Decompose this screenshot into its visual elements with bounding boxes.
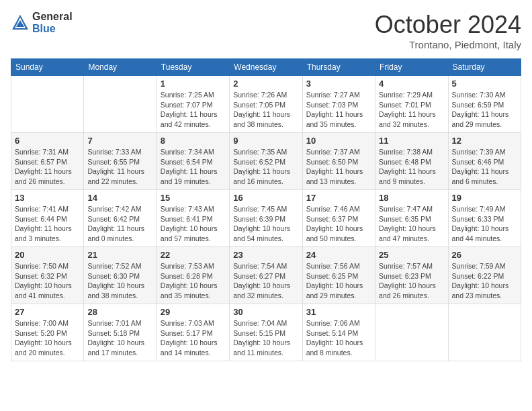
day-info: Sunrise: 7:43 AM Sunset: 6:41 PM Dayligh… — [161, 204, 226, 244]
calendar-cell: 8Sunrise: 7:34 AM Sunset: 6:54 PM Daylig… — [157, 133, 229, 190]
calendar-cell: 14Sunrise: 7:42 AM Sunset: 6:42 PM Dayli… — [84, 190, 157, 247]
day-info: Sunrise: 7:54 AM Sunset: 6:27 PM Dayligh… — [233, 261, 298, 301]
day-number: 25 — [379, 250, 444, 260]
day-info: Sunrise: 7:06 AM Sunset: 5:14 PM Dayligh… — [306, 318, 371, 358]
calendar-cell: 28Sunrise: 7:01 AM Sunset: 5:18 PM Dayli… — [84, 304, 157, 361]
location: Trontano, Piedmont, Italy — [375, 39, 521, 50]
calendar-week-row: 6Sunrise: 7:31 AM Sunset: 6:57 PM Daylig… — [11, 133, 521, 190]
day-number: 27 — [15, 307, 80, 317]
calendar-cell: 26Sunrise: 7:59 AM Sunset: 6:22 PM Dayli… — [448, 247, 521, 304]
calendar-week-row: 1Sunrise: 7:25 AM Sunset: 7:07 PM Daylig… — [11, 76, 521, 133]
day-number: 12 — [452, 136, 517, 146]
calendar-cell: 30Sunrise: 7:04 AM Sunset: 5:15 PM Dayli… — [230, 304, 302, 361]
calendar-cell: 21Sunrise: 7:52 AM Sunset: 6:30 PM Dayli… — [84, 247, 157, 304]
calendar-cell — [375, 304, 448, 361]
month-title: October 2024 — [375, 11, 521, 39]
day-number: 30 — [233, 307, 298, 317]
calendar-cell: 10Sunrise: 7:37 AM Sunset: 6:50 PM Dayli… — [302, 133, 375, 190]
day-info: Sunrise: 7:37 AM Sunset: 6:50 PM Dayligh… — [306, 147, 371, 187]
calendar-cell: 9Sunrise: 7:35 AM Sunset: 6:52 PM Daylig… — [230, 133, 302, 190]
day-number: 15 — [161, 193, 226, 203]
logo-text: General Blue — [32, 11, 73, 34]
day-info: Sunrise: 7:38 AM Sunset: 6:48 PM Dayligh… — [379, 147, 444, 187]
calendar-week-row: 13Sunrise: 7:41 AM Sunset: 6:44 PM Dayli… — [11, 190, 521, 247]
calendar-cell: 5Sunrise: 7:30 AM Sunset: 6:59 PM Daylig… — [448, 76, 521, 133]
calendar-cell: 23Sunrise: 7:54 AM Sunset: 6:27 PM Dayli… — [230, 247, 302, 304]
calendar-cell: 25Sunrise: 7:57 AM Sunset: 6:23 PM Dayli… — [375, 247, 448, 304]
day-info: Sunrise: 7:26 AM Sunset: 7:05 PM Dayligh… — [233, 90, 298, 130]
logo-icon — [11, 13, 30, 32]
weekday-header: Tuesday — [157, 59, 229, 76]
day-info: Sunrise: 7:27 AM Sunset: 7:03 PM Dayligh… — [306, 90, 371, 130]
logo-blue-text: Blue — [32, 23, 73, 35]
calendar-cell: 4Sunrise: 7:29 AM Sunset: 7:01 PM Daylig… — [375, 76, 448, 133]
calendar-cell: 11Sunrise: 7:38 AM Sunset: 6:48 PM Dayli… — [375, 133, 448, 190]
calendar-cell: 24Sunrise: 7:56 AM Sunset: 6:25 PM Dayli… — [302, 247, 375, 304]
calendar-cell — [448, 304, 521, 361]
day-number: 21 — [87, 250, 152, 260]
day-info: Sunrise: 7:57 AM Sunset: 6:23 PM Dayligh… — [379, 261, 444, 301]
day-info: Sunrise: 7:59 AM Sunset: 6:22 PM Dayligh… — [452, 261, 517, 301]
day-info: Sunrise: 7:42 AM Sunset: 6:42 PM Dayligh… — [87, 204, 152, 244]
day-number: 3 — [306, 79, 371, 89]
day-number: 5 — [452, 79, 517, 89]
calendar-cell — [11, 76, 84, 133]
day-number: 7 — [87, 136, 152, 146]
day-number: 10 — [306, 136, 371, 146]
day-number: 4 — [379, 79, 444, 89]
day-info: Sunrise: 7:35 AM Sunset: 6:52 PM Dayligh… — [233, 147, 298, 187]
day-info: Sunrise: 7:50 AM Sunset: 6:32 PM Dayligh… — [15, 261, 80, 301]
title-block: October 2024 Trontano, Piedmont, Italy — [375, 11, 521, 50]
day-info: Sunrise: 7:41 AM Sunset: 6:44 PM Dayligh… — [15, 204, 80, 244]
weekday-header: Sunday — [11, 59, 84, 76]
day-number: 18 — [379, 193, 444, 203]
day-info: Sunrise: 7:45 AM Sunset: 6:39 PM Dayligh… — [233, 204, 298, 244]
calendar-cell: 7Sunrise: 7:33 AM Sunset: 6:55 PM Daylig… — [84, 133, 157, 190]
calendar-cell: 12Sunrise: 7:39 AM Sunset: 6:46 PM Dayli… — [448, 133, 521, 190]
day-number: 16 — [233, 193, 298, 203]
day-number: 9 — [233, 136, 298, 146]
calendar-cell: 19Sunrise: 7:49 AM Sunset: 6:33 PM Dayli… — [448, 190, 521, 247]
logo-general-text: General — [32, 11, 73, 23]
calendar-cell: 16Sunrise: 7:45 AM Sunset: 6:39 PM Dayli… — [230, 190, 302, 247]
calendar-table: SundayMondayTuesdayWednesdayThursdayFrid… — [11, 58, 521, 361]
calendar-cell: 17Sunrise: 7:46 AM Sunset: 6:37 PM Dayli… — [302, 190, 375, 247]
day-info: Sunrise: 7:53 AM Sunset: 6:28 PM Dayligh… — [161, 261, 226, 301]
calendar-week-row: 27Sunrise: 7:00 AM Sunset: 5:20 PM Dayli… — [11, 304, 521, 361]
weekday-header: Friday — [375, 59, 448, 76]
day-info: Sunrise: 7:04 AM Sunset: 5:15 PM Dayligh… — [233, 318, 298, 358]
calendar-header-row: SundayMondayTuesdayWednesdayThursdayFrid… — [11, 59, 521, 76]
calendar-cell: 6Sunrise: 7:31 AM Sunset: 6:57 PM Daylig… — [11, 133, 84, 190]
calendar-cell: 3Sunrise: 7:27 AM Sunset: 7:03 PM Daylig… — [302, 76, 375, 133]
day-number: 17 — [306, 193, 371, 203]
day-info: Sunrise: 7:46 AM Sunset: 6:37 PM Dayligh… — [306, 204, 371, 244]
calendar-cell: 29Sunrise: 7:03 AM Sunset: 5:17 PM Dayli… — [157, 304, 229, 361]
calendar-cell: 20Sunrise: 7:50 AM Sunset: 6:32 PM Dayli… — [11, 247, 84, 304]
calendar-cell: 18Sunrise: 7:47 AM Sunset: 6:35 PM Dayli… — [375, 190, 448, 247]
calendar-cell: 15Sunrise: 7:43 AM Sunset: 6:41 PM Dayli… — [157, 190, 229, 247]
day-info: Sunrise: 7:03 AM Sunset: 5:17 PM Dayligh… — [161, 318, 226, 358]
calendar-cell: 13Sunrise: 7:41 AM Sunset: 6:44 PM Dayli… — [11, 190, 84, 247]
day-number: 1 — [161, 79, 226, 89]
day-number: 20 — [15, 250, 80, 260]
calendar-cell: 1Sunrise: 7:25 AM Sunset: 7:07 PM Daylig… — [157, 76, 229, 133]
day-info: Sunrise: 7:49 AM Sunset: 6:33 PM Dayligh… — [452, 204, 517, 244]
weekday-header: Saturday — [448, 59, 521, 76]
logo[interactable]: General Blue — [11, 11, 73, 34]
page-header: General Blue October 2024 Trontano, Pied… — [11, 11, 521, 50]
day-number: 13 — [15, 193, 80, 203]
calendar-week-row: 20Sunrise: 7:50 AM Sunset: 6:32 PM Dayli… — [11, 247, 521, 304]
day-info: Sunrise: 7:52 AM Sunset: 6:30 PM Dayligh… — [87, 261, 152, 301]
day-number: 29 — [161, 307, 226, 317]
day-number: 2 — [233, 79, 298, 89]
day-info: Sunrise: 7:56 AM Sunset: 6:25 PM Dayligh… — [306, 261, 371, 301]
calendar-cell: 22Sunrise: 7:53 AM Sunset: 6:28 PM Dayli… — [157, 247, 229, 304]
day-info: Sunrise: 7:29 AM Sunset: 7:01 PM Dayligh… — [379, 90, 444, 130]
day-info: Sunrise: 7:33 AM Sunset: 6:55 PM Dayligh… — [87, 147, 152, 187]
day-info: Sunrise: 7:31 AM Sunset: 6:57 PM Dayligh… — [15, 147, 80, 187]
day-number: 19 — [452, 193, 517, 203]
weekday-header: Wednesday — [230, 59, 302, 76]
day-number: 23 — [233, 250, 298, 260]
day-number: 14 — [87, 193, 152, 203]
day-info: Sunrise: 7:00 AM Sunset: 5:20 PM Dayligh… — [15, 318, 80, 358]
